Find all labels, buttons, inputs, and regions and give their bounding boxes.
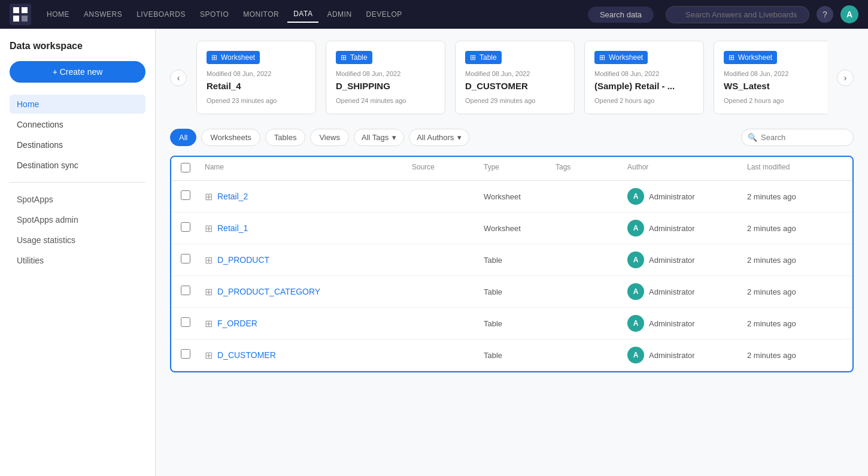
row-checkbox-2[interactable]	[181, 254, 190, 263]
nav-data[interactable]: DATA	[287, 6, 318, 23]
sidebar-item-spotapps[interactable]: SpotApps	[10, 190, 145, 209]
nav-answers[interactable]: ANSWERS	[78, 7, 128, 22]
avatar[interactable]: A	[840, 5, 858, 23]
card-name-0: Retail_4	[207, 81, 306, 91]
card-type-badge-0: ⊞ Worksheet	[207, 51, 260, 64]
filter-row: All Worksheets Tables Views All Tags ▾ A…	[170, 129, 854, 146]
logo[interactable]	[10, 4, 31, 25]
select-all-checkbox[interactable]	[181, 163, 190, 172]
card-opened-0: Opened 23 minutes ago	[207, 97, 306, 104]
recent-card-4[interactable]: ⊞ Worksheet Modified 08 Jun, 2022 WS_Lat…	[714, 41, 827, 114]
card-modified-2: Modified 08 Jun, 2022	[465, 70, 564, 77]
recent-card-1[interactable]: ⊞ Table Modified 08 Jun, 2022 D_SHIPPING…	[326, 41, 445, 114]
nav-liveboards[interactable]: LIVEBOARDS	[130, 7, 192, 22]
filter-worksheets-button[interactable]: Worksheets	[201, 129, 260, 146]
nav-develop[interactable]: DEVELOP	[360, 7, 408, 22]
top-navigation: HOME ANSWERS LIVEBOARDS SPOTIО MONITOR D…	[0, 0, 868, 29]
search-input[interactable]	[666, 6, 809, 23]
row-name-0[interactable]: ⊞ Retail_2	[205, 191, 412, 202]
filter-views-button[interactable]: Views	[310, 129, 348, 146]
sidebar-item-home[interactable]: Home	[10, 95, 145, 114]
row-modified-5: 2 minutes ago	[747, 351, 843, 360]
all-authors-dropdown[interactable]: All Authors ▾	[409, 129, 469, 146]
search-data-button[interactable]: Search data	[588, 7, 654, 23]
table-row: ⊞ D_PRODUCT Table A Administrator 2 minu…	[171, 244, 852, 276]
table-header: Name Source Type Tags Author Last modifi…	[171, 157, 852, 181]
help-button[interactable]: ?	[817, 6, 833, 23]
cards-prev-arrow[interactable]: ‹	[170, 69, 187, 86]
main-content: ‹ ⊞ Worksheet Modified 08 Jun, 2022 Reta…	[156, 29, 868, 476]
nav-right: Search data 🔍 ? A	[588, 5, 858, 23]
card-modified-0: Modified 08 Jun, 2022	[207, 70, 306, 77]
recent-card-0[interactable]: ⊞ Worksheet Modified 08 Jun, 2022 Retail…	[196, 41, 316, 114]
row-author-cell-5: A Administrator	[627, 347, 747, 363]
cards-next-arrow[interactable]: ›	[837, 69, 854, 86]
col-source: Source	[412, 163, 484, 174]
table-row-icon-3: ⊞	[205, 286, 213, 298]
row-author-0: Administrator	[649, 192, 695, 201]
row-checkbox-0[interactable]	[181, 190, 190, 200]
row-name-5[interactable]: ⊞ D_CUSTOMER	[205, 350, 412, 361]
row-name-2[interactable]: ⊞ D_PRODUCT	[205, 254, 412, 266]
row-name-1[interactable]: ⊞ Retail_1	[205, 223, 412, 234]
recent-card-3[interactable]: ⊞ Worksheet Modified 08 Jun, 2022 (Sampl…	[584, 41, 704, 114]
sidebar-item-spotapps-admin[interactable]: SpotApps admin	[10, 210, 145, 229]
row-name-4[interactable]: ⊞ F_ORDER	[205, 318, 412, 329]
row-modified-2: 2 minutes ago	[747, 256, 843, 265]
row-modified-1: 2 minutes ago	[747, 224, 843, 233]
author-avatar-1: A	[627, 220, 644, 237]
recent-card-2[interactable]: ⊞ Table Modified 08 Jun, 2022 D_CUSTOMER…	[455, 41, 575, 114]
card-opened-1: Opened 24 minutes ago	[336, 97, 435, 104]
row-checkbox-5[interactable]	[181, 349, 190, 359]
filter-all-button[interactable]: All	[170, 129, 196, 146]
worksheet-icon-3: ⊞	[599, 53, 605, 62]
row-checkbox-4[interactable]	[181, 317, 190, 327]
author-avatar-5: A	[627, 347, 644, 363]
card-opened-3: Opened 2 hours ago	[594, 97, 694, 104]
table-icon-2: ⊞	[470, 53, 476, 62]
row-checkbox-1[interactable]	[181, 222, 190, 232]
nav-home[interactable]: HOME	[41, 7, 75, 22]
row-author-3: Administrator	[649, 287, 695, 296]
filter-tables-button[interactable]: Tables	[265, 129, 306, 146]
row-type-3: Table	[484, 287, 556, 296]
chevron-down-icon-authors: ▾	[457, 133, 462, 142]
sidebar-item-connections[interactable]: Connections	[10, 115, 145, 134]
sidebar-title: Data workspace	[10, 41, 145, 51]
row-type-4: Table	[484, 319, 556, 328]
row-name-3[interactable]: ⊞ D_PRODUCT_CATEGORY	[205, 286, 412, 298]
table-row: ⊞ Retail_1 Worksheet A Administrator 2 m…	[171, 213, 852, 244]
nav-items: HOME ANSWERS LIVEBOARDS SPOTIО MONITOR D…	[41, 6, 583, 23]
sidebar-item-usage-statistics[interactable]: Usage statistics	[10, 231, 145, 250]
all-tags-dropdown[interactable]: All Tags ▾	[354, 129, 404, 146]
row-checkbox-3[interactable]	[181, 286, 190, 295]
sidebar-item-utilities[interactable]: Utilities	[10, 251, 145, 270]
create-new-button[interactable]: + Create new	[10, 61, 145, 83]
row-modified-3: 2 minutes ago	[747, 287, 843, 296]
author-avatar-0: A	[627, 188, 644, 205]
card-opened-4: Opened 2 hours ago	[724, 97, 823, 104]
table-row: ⊞ Retail_2 Worksheet A Administrator 2 m…	[171, 181, 852, 213]
nav-admin[interactable]: ADMIN	[321, 7, 357, 22]
nav-spotiq[interactable]: SPOTIО	[194, 7, 235, 22]
search-filter-input[interactable]	[761, 133, 845, 142]
row-author-4: Administrator	[649, 319, 695, 328]
row-author-1: Administrator	[649, 224, 695, 233]
table-row-icon-4: ⊞	[205, 318, 213, 329]
svg-rect-3	[13, 16, 19, 22]
author-avatar-3: A	[627, 283, 644, 300]
row-type-1: Worksheet	[484, 224, 556, 233]
card-type-badge-1: ⊞ Table	[336, 51, 372, 64]
cards-scroll: ⊞ Worksheet Modified 08 Jun, 2022 Retail…	[196, 41, 827, 114]
table-row-icon-5: ⊞	[205, 350, 213, 361]
sidebar-item-destinations[interactable]: Destinations	[10, 135, 145, 154]
table-row: ⊞ F_ORDER Table A Administrator 2 minute…	[171, 308, 852, 339]
nav-monitor[interactable]: MONITOR	[237, 7, 285, 22]
row-author-2: Administrator	[649, 256, 695, 265]
card-opened-2: Opened 29 minutes ago	[465, 97, 564, 104]
row-author-cell-1: A Administrator	[627, 220, 747, 237]
table-row-icon-2: ⊞	[205, 254, 213, 266]
sidebar-item-destination-sync[interactable]: Destination sync	[10, 156, 145, 175]
all-tags-label: All Tags	[362, 133, 389, 142]
row-author-cell-3: A Administrator	[627, 283, 747, 300]
